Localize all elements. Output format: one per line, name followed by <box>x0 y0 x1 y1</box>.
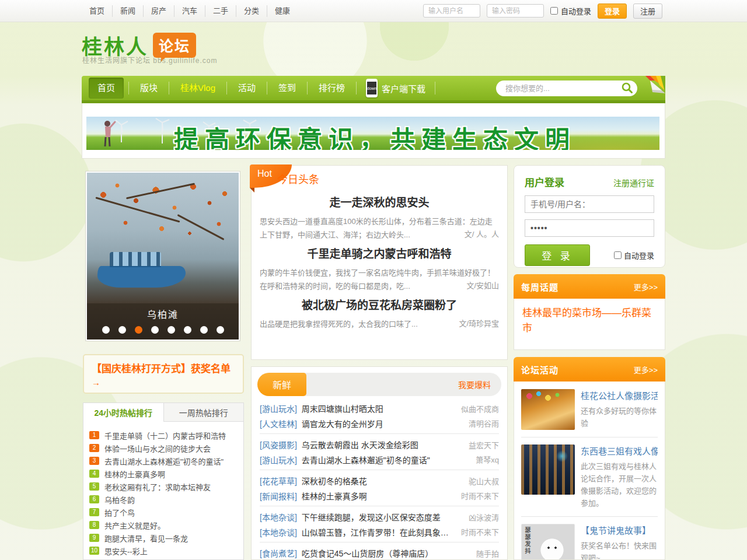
article-title[interactable]: 被北极广场的豆花私房菜圈粉了 <box>260 296 499 312</box>
hot-post-title[interactable]: 千里走单骑（十二）内蒙古呼和浩特 <box>104 430 226 441</box>
fresh-title[interactable]: 去青山湖水上森林邂逅"初冬的童话" <box>302 454 470 466</box>
hot-post-title[interactable]: 思安头--彩上 <box>104 545 148 556</box>
carousel-dot[interactable] <box>151 326 159 334</box>
fresh-item[interactable]: [新闻报料] 桂林的土豪真多啊 时雨不来下 <box>260 488 499 506</box>
award-announcement[interactable]: 【国庆桂林打开方式】获奖名单 → <box>83 354 244 394</box>
activity-item[interactable]: 桂花公社人像摄影活动 还有众多好玩的等你体验 <box>521 389 658 438</box>
fresh-category[interactable]: [花花草草] <box>260 475 297 487</box>
topbar-register-button[interactable]: 注册 <box>633 4 662 19</box>
hot-post-title[interactable]: 拍了个鸟 <box>104 507 135 518</box>
hot-post-item[interactable]: 4 桂林的土豪真多啊 <box>89 467 238 480</box>
hot-post-item[interactable]: 9 跑腿大清早，看见一条龙 <box>89 531 238 544</box>
fresh-title[interactable]: 山似碧玉簪，江作青罗带！在此刻具象化了 <box>302 526 455 538</box>
search-input[interactable] <box>505 84 621 93</box>
tab-24h-hot[interactable]: 24小时热帖排行 <box>83 402 164 422</box>
topbar-autologin-checkbox[interactable] <box>550 7 558 15</box>
nav-item[interactable]: 排行榜 <box>307 82 356 94</box>
carousel-dot[interactable] <box>167 326 175 334</box>
article-title[interactable]: 走一走深秋的思安头 <box>260 194 499 209</box>
nav-item[interactable]: 桂林Vlog <box>169 82 226 94</box>
article-title[interactable]: 千里走单骑之内蒙古呼和浩特 <box>260 245 499 261</box>
topbar-password-input[interactable] <box>487 4 544 18</box>
hot-post-item[interactable]: 1 千里走单骑（十二）内蒙古呼和浩特 <box>89 429 238 442</box>
hot-post-item[interactable]: 6 乌柏冬韵 <box>89 493 238 506</box>
fresh-category[interactable]: [风姿摄影] <box>260 439 297 450</box>
fresh-item[interactable]: [食尚煮艺] 吃货食记45～山货厨房（尊神庙店） 随手拍 <box>260 545 499 560</box>
topbar-login-button[interactable]: 登录 <box>598 4 627 19</box>
hot-post-item[interactable]: 3 去青山湖水上森林邂逅"初冬的童话" <box>89 454 238 467</box>
weekly-topic-link[interactable]: 桂林最早的菜市场——乐群菜市 <box>522 306 657 336</box>
hot-post-item[interactable]: 8 共产主义就是好。 <box>89 519 238 531</box>
hot-post-title[interactable]: 体验一场山与水之间的徒步大会 <box>104 443 211 454</box>
nav-item[interactable]: 首页 <box>89 78 124 99</box>
topbar-link[interactable]: 健康 <box>267 5 298 17</box>
search-button[interactable] <box>621 82 634 94</box>
corner-ribbon-decoration[interactable] <box>644 75 666 97</box>
carousel-dot[interactable] <box>184 326 191 334</box>
hot-post-item[interactable]: 7 拍了个鸟 <box>89 506 238 519</box>
activity-title[interactable]: 桂花公社人像摄影活动 <box>581 389 658 401</box>
fresh-item[interactable]: [游山玩水] 去青山湖水上森林邂逅"初冬的童话" 箫琴xq <box>260 452 499 470</box>
login-autologin-checkbox[interactable] <box>614 251 622 259</box>
fresh-category[interactable]: [本地杂谈] <box>260 526 297 538</box>
forum-activities-more-link[interactable]: 更多>> <box>634 364 658 375</box>
hot-post-title[interactable]: 乌柏冬韵 <box>104 494 135 505</box>
hot-post-item[interactable]: 5 老秋这厢有礼了：求助本坛神友 <box>89 480 238 493</box>
nav-item[interactable]: 活动 <box>226 82 267 94</box>
fresh-category[interactable]: [食尚煮艺] <box>260 547 297 559</box>
register-pass-link[interactable]: 注册通行证 <box>613 177 654 188</box>
topbar-link[interactable]: 汽车 <box>174 5 205 17</box>
fresh-category[interactable]: [游山玩水] <box>260 454 297 466</box>
hot-post-title[interactable]: 跑腿大清早，看见一条龙 <box>104 533 188 544</box>
hot-post-title[interactable]: 老秋这厢有礼了：求助本坛神友 <box>104 481 211 492</box>
activity-item[interactable]: 瑟瑟发抖 【鬼节讲鬼故事】 获奖名单公布！快来围观吧~ <box>521 524 658 560</box>
topbar-link[interactable]: 新闻 <box>112 5 143 17</box>
weekly-topic-more-link[interactable]: 更多>> <box>634 281 658 292</box>
carousel-dot[interactable] <box>200 326 208 334</box>
carousel-dot[interactable] <box>102 326 110 334</box>
hot-post-item[interactable]: 10 思安头--彩上 <box>89 544 238 557</box>
section-title-headlines[interactable]: 今日头条 <box>277 171 319 186</box>
fresh-title[interactable]: 下午继续跑腿，发现这小区保安态度差 <box>302 511 463 523</box>
fresh-title[interactable]: 深秋初冬的格桑花 <box>302 475 463 487</box>
tab-weekly-hot[interactable]: 一周热帖排行 <box>164 402 245 422</box>
topbar-link[interactable]: 房产 <box>143 5 174 17</box>
topbar-link[interactable]: 首页 <box>82 5 112 17</box>
nav-item[interactable]: 版块 <box>128 82 169 94</box>
topbar-link[interactable]: 二手 <box>205 5 236 17</box>
fresh-item[interactable]: [本地杂谈] 下午继续跑腿，发现这小区保安态度差 凶泳波涛 <box>260 509 499 524</box>
fresh-item[interactable]: [花花草草] 深秋初冬的格桑花 驼山大叔 <box>260 473 499 488</box>
fresh-category[interactable]: [游山玩水] <box>260 402 297 414</box>
fresh-title[interactable]: 吃货食记45～山货厨房（尊神庙店） <box>302 547 470 559</box>
hot-post-title[interactable]: 共产主义就是好。 <box>104 520 165 531</box>
hot-post-title[interactable]: 桂林的土豪真多啊 <box>104 468 165 480</box>
campaign-banner[interactable]: 提高环保意识，共建生态文明 <box>86 117 659 150</box>
topbar-username-input[interactable] <box>423 4 480 18</box>
nav-app-download[interactable]: down 客户端下载 <box>356 82 435 94</box>
report-link[interactable]: 我要爆料 <box>458 379 501 390</box>
fresh-category[interactable]: [本地杂谈] <box>260 511 297 523</box>
fresh-item[interactable]: [人文桂林] 谪官龙大有的全州岁月 清明谷雨 <box>260 416 499 434</box>
topbar-link[interactable]: 分类 <box>236 5 267 17</box>
carousel-dot[interactable] <box>118 326 126 334</box>
photo-carousel[interactable]: 乌柏滩 <box>85 171 240 341</box>
activity-title[interactable]: 【鬼节讲鬼故事】 <box>581 524 658 536</box>
fresh-title[interactable]: 乌云散去朝霞出 水天泼金绘彩图 <box>302 439 463 450</box>
hot-post-item[interactable]: 2 体验一场山与水之间的徒步大会 <box>89 442 238 454</box>
hot-post-title[interactable]: 去青山湖水上森林邂逅"初冬的童话" <box>104 456 224 467</box>
tab-fresh[interactable]: 新鲜 <box>257 373 306 396</box>
login-button[interactable]: 登 录 <box>525 244 590 266</box>
fresh-title[interactable]: 周末四塘旗山村晒太阳 <box>302 402 455 414</box>
fresh-item[interactable]: [游山玩水] 周末四塘旗山村晒太阳 似曲不成商 <box>260 401 499 416</box>
carousel-dot[interactable] <box>135 326 142 334</box>
fresh-item[interactable]: [本地杂谈] 山似碧玉簪，江作青罗带！在此刻具象化了 时雨不来下 <box>260 524 499 542</box>
fresh-category[interactable]: [人文桂林] <box>260 418 297 429</box>
carousel-dot[interactable] <box>217 326 224 334</box>
fresh-item[interactable]: [风姿摄影] 乌云散去朝霞出 水天泼金绘彩图 益宏天下 <box>260 437 499 452</box>
activity-item[interactable]: 东西巷三姐有戏人像摄 此次三姐有戏与桂林人论坛合作，开展一次人像摄影活动，欢迎您… <box>521 444 658 517</box>
fresh-title[interactable]: 桂林的土豪真多啊 <box>302 490 455 502</box>
login-password-input[interactable] <box>525 219 654 237</box>
nav-item[interactable]: 签到 <box>267 82 307 94</box>
fresh-category[interactable]: [新闻报料] <box>260 490 297 502</box>
login-username-input[interactable] <box>525 195 654 213</box>
